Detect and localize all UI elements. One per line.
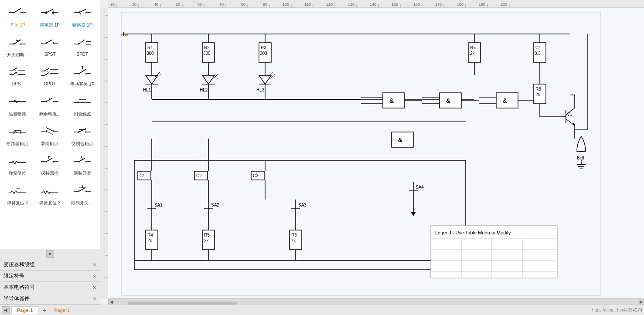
svg-text:Bell: Bell bbox=[577, 156, 584, 160]
svg-text:120: 120 bbox=[326, 2, 333, 7]
svg-text:R5: R5 bbox=[204, 233, 210, 237]
symbol-grid: 开关 1P 隔离器 1P bbox=[0, 0, 100, 210]
spring-reset-icon bbox=[7, 152, 28, 169]
svg-text:R2: R2 bbox=[204, 45, 210, 50]
svg-text:2k: 2k bbox=[147, 238, 153, 243]
sidebar-section-semiconductors[interactable]: 半导体器件 × bbox=[0, 293, 100, 305]
h-ruler: 20 30 40 50 60 70 80 90 100 110 120 130 … bbox=[108, 0, 644, 8]
page-tab-1[interactable]: Page-1 bbox=[11, 306, 38, 314]
residual-icon bbox=[39, 93, 61, 110]
switchcut-label: 开关切断... bbox=[7, 52, 28, 58]
symbol-breaker-contact[interactable]: 断路器触点 bbox=[2, 120, 33, 149]
svg-text:SA4: SA4 bbox=[416, 185, 424, 190]
bidirectional-icon bbox=[39, 122, 61, 140]
sidebar-sections: 变压器和绕组 × 限定符号 × 基本电路符号 × 半导体器件 × bbox=[0, 259, 100, 305]
spst-icon bbox=[39, 34, 61, 51]
svg-line-11 bbox=[79, 9, 86, 13]
qualifiers-close[interactable]: × bbox=[93, 273, 96, 280]
dpdt-label: DPDT bbox=[44, 81, 56, 86]
nc-contact-label: 闭合触点 bbox=[74, 111, 91, 117]
symbol-spst[interactable]: SPST bbox=[34, 31, 65, 60]
canvas-inner: +5v R1 300 bbox=[108, 8, 631, 298]
symbol-hold-pos[interactable]: 保持原位 bbox=[34, 150, 65, 179]
breaker1p-icon bbox=[72, 4, 93, 21]
limit-sw-label: 限制开关 bbox=[74, 170, 91, 176]
page-tab-footer-label: Page-1 bbox=[54, 308, 69, 313]
svg-text:30: 30 bbox=[132, 2, 136, 7]
sidebar-section-transformers[interactable]: 变压器和绕组 × bbox=[0, 259, 100, 271]
transformers-close[interactable]: × bbox=[93, 261, 96, 268]
symbol-manual1p[interactable]: 手动开关 1P bbox=[67, 61, 98, 90]
svg-marker-277 bbox=[411, 212, 416, 216]
svg-text:R8: R8 bbox=[535, 87, 541, 91]
svg-text:2k: 2k bbox=[204, 238, 209, 243]
svg-line-48 bbox=[79, 69, 86, 74]
svg-line-106 bbox=[79, 188, 85, 191]
svg-text:110: 110 bbox=[304, 2, 311, 7]
symbol-nc-contact[interactable]: 闭合触点 bbox=[67, 91, 98, 119]
symbol-breaker1p[interactable]: 断路器 1P bbox=[67, 2, 98, 30]
breaker-contact-icon bbox=[7, 122, 28, 140]
h-scrollbar[interactable]: ◀ ▶ bbox=[108, 298, 644, 305]
sidebar-scroll[interactable]: 开关 1P 隔离器 1P bbox=[0, 0, 100, 249]
symbol-limit-sw[interactable]: 限制开关 bbox=[67, 150, 98, 179]
thermal-label: 热量断路 bbox=[9, 111, 26, 117]
bottom-url: https://blog...html#384274 bbox=[592, 308, 642, 312]
symbol-spdt[interactable]: SPDT bbox=[67, 31, 98, 60]
symbol-switch1p[interactable]: 开关 1P bbox=[2, 2, 33, 30]
scroll-down-arrow[interactable]: ▼ bbox=[46, 250, 54, 258]
spring2-label: 弹簧复位 2 bbox=[7, 200, 28, 206]
spdt-icon bbox=[72, 34, 93, 51]
svg-text:40: 40 bbox=[154, 2, 158, 7]
svg-text:300: 300 bbox=[203, 51, 211, 56]
svg-text:Legend - Use Table Menu to Mod: Legend - Use Table Menu to Modify bbox=[435, 230, 511, 235]
svg-text:70: 70 bbox=[219, 2, 224, 7]
symbol-dpst[interactable]: DPST bbox=[2, 61, 33, 90]
page-scroll-left[interactable]: ◀ bbox=[2, 306, 10, 314]
svg-text:200: 200 bbox=[501, 2, 507, 7]
scroll-right-button[interactable]: ▶ bbox=[638, 299, 644, 305]
sidebar-section-qualifiers[interactable]: 限定符号 × bbox=[0, 271, 100, 282]
symbol-limit-sw2[interactable]: 限制开关 ... bbox=[67, 180, 98, 208]
svg-text:2k: 2k bbox=[470, 51, 475, 56]
symbol-spring2[interactable]: 弹簧复位 2 bbox=[2, 180, 33, 208]
spring-reset-label: 弹簧复位 bbox=[9, 170, 26, 176]
svg-line-34 bbox=[13, 68, 17, 70]
main-canvas[interactable]: +5v R1 300 bbox=[108, 8, 644, 298]
svg-text:V1: V1 bbox=[567, 112, 572, 117]
svg-text:HL3: HL3 bbox=[256, 88, 265, 92]
symbol-isolator1p[interactable]: 隔离器 1P bbox=[34, 2, 65, 30]
sidebar-section-basic-circuit[interactable]: 基本电路符号 × bbox=[0, 282, 100, 293]
dpdt-icon bbox=[39, 63, 61, 81]
spdt-label: SPDT bbox=[76, 52, 88, 57]
qualifiers-label: 限定符号 bbox=[3, 272, 24, 280]
svg-line-56 bbox=[46, 98, 52, 102]
tab-add-button[interactable]: + bbox=[40, 306, 49, 315]
svg-text:R1: R1 bbox=[147, 45, 153, 50]
scroll-left-button[interactable]: ◀ bbox=[108, 299, 114, 305]
svg-marker-190 bbox=[146, 75, 158, 84]
symbol-thermal[interactable]: 热量断路 bbox=[2, 91, 33, 119]
symbol-spring3[interactable]: 弹簧复位 3 bbox=[34, 180, 65, 208]
isolator1p-label: 隔离器 1P bbox=[40, 22, 60, 28]
basic-circuit-close[interactable]: × bbox=[93, 284, 96, 291]
svg-text:R7: R7 bbox=[470, 45, 476, 50]
symbol-bidirectional[interactable]: 双向触点 bbox=[34, 120, 65, 149]
svg-text:SA3: SA3 bbox=[298, 203, 307, 207]
spring3-label: 弹簧复位 3 bbox=[39, 200, 60, 206]
svg-text:100: 100 bbox=[283, 2, 289, 7]
symbol-spring-reset[interactable]: 弹簧复位 bbox=[2, 150, 33, 179]
symbol-residual[interactable]: 剩余电流... bbox=[34, 91, 65, 119]
svg-text:170: 170 bbox=[435, 2, 442, 7]
svg-text:HL2: HL2 bbox=[200, 88, 208, 92]
symbol-dpdt[interactable]: DPDT bbox=[34, 61, 65, 90]
svg-line-41 bbox=[44, 68, 49, 71]
residual-label: 剩余电流... bbox=[39, 111, 60, 117]
semiconductors-close[interactable]: × bbox=[93, 295, 96, 302]
svg-text:HL1: HL1 bbox=[143, 88, 151, 92]
symbol-ac-nc[interactable]: 交闭合触点 bbox=[67, 120, 98, 149]
svg-line-73 bbox=[15, 130, 17, 133]
main-layout: 开关 1P 隔离器 1P bbox=[0, 0, 644, 305]
nc-contact-icon bbox=[72, 93, 93, 110]
symbol-switchcut[interactable]: 开关切断... bbox=[2, 31, 33, 60]
